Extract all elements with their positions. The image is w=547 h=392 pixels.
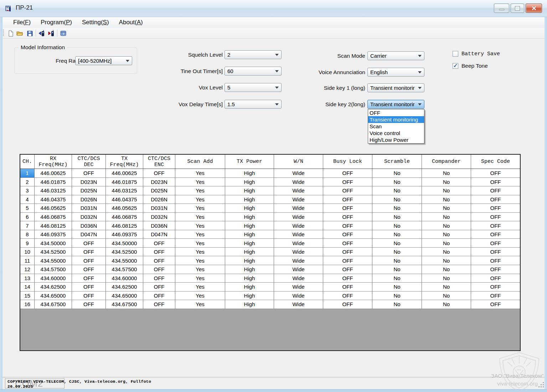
table-row[interactable]: 1446.00625OFF446.00625OFFYesHighWideOFFN… <box>20 169 520 178</box>
table-cell[interactable]: Yes <box>175 221 225 230</box>
table-cell[interactable]: OFF <box>323 213 372 221</box>
table-cell[interactable]: No <box>422 195 471 204</box>
table-cell[interactable]: D031N <box>143 204 175 212</box>
table-cell[interactable]: OFF <box>323 169 372 177</box>
table-cell[interactable]: OFF <box>323 256 372 265</box>
table-cell[interactable]: OFF <box>323 204 372 212</box>
table-cell[interactable]: Wide <box>274 274 323 283</box>
table-cell[interactable]: No <box>422 300 471 309</box>
table-cell[interactable]: OFF <box>323 239 372 247</box>
table-cell[interactable]: Yes <box>175 186 225 195</box>
table-cell[interactable]: No <box>422 230 471 239</box>
table-cell[interactable]: 446.04375 <box>106 195 143 204</box>
table-cell[interactable]: Yes <box>175 256 225 265</box>
table-cell[interactable]: No <box>422 221 471 230</box>
table-cell[interactable]: No <box>422 248 471 256</box>
table-cell[interactable]: OFF <box>323 186 372 195</box>
new-file-button[interactable] <box>6 29 15 37</box>
table-cell[interactable]: No <box>372 230 422 239</box>
table-cell[interactable]: High <box>225 274 274 283</box>
table-cell[interactable]: OFF <box>323 248 372 256</box>
table-cell[interactable]: 446.06875 <box>35 213 72 221</box>
table-cell[interactable]: D025N <box>72 186 106 195</box>
table-row[interactable]: 16434.67500OFF434.67500OFFYesHighWideOFF… <box>20 300 520 309</box>
table-cell[interactable]: OFF <box>143 256 175 265</box>
table-cell[interactable]: OFF <box>471 213 520 221</box>
table-cell[interactable]: Wide <box>274 256 323 265</box>
table-cell[interactable]: OFF <box>143 292 175 300</box>
table-cell[interactable]: OFF <box>471 300 520 309</box>
table-cell[interactable]: High <box>225 256 274 265</box>
table-cell[interactable]: 434.52500 <box>35 248 72 256</box>
table-row[interactable]: 11434.55000OFF434.55000OFFYesHighWideOFF… <box>20 256 520 265</box>
table-cell[interactable]: D031N <box>72 204 106 212</box>
table-cell[interactable]: D032N <box>143 213 175 221</box>
table-cell[interactable]: OFF <box>72 300 106 309</box>
table-cell[interactable]: 446.05625 <box>106 204 143 212</box>
sidekey2-dropdown-list[interactable]: OFFTransient monitoringScanVoice control… <box>368 109 424 144</box>
checkbox-battery-save[interactable]: Battery Save <box>453 51 500 57</box>
channel-number-cell[interactable]: 8 <box>20 230 35 239</box>
table-cell[interactable]: OFF <box>143 274 175 283</box>
table-cell[interactable]: 446.00625 <box>35 169 72 177</box>
table-cell[interactable]: OFF <box>471 178 520 186</box>
table-cell[interactable]: OFF <box>323 195 372 204</box>
channel-number-cell[interactable]: 13 <box>20 274 35 283</box>
table-cell[interactable]: OFF <box>72 265 106 274</box>
table-cell[interactable]: 446.04375 <box>35 195 72 204</box>
channel-number-cell[interactable]: 14 <box>20 283 35 291</box>
table-cell[interactable]: Yes <box>175 283 225 291</box>
table-cell[interactable]: D036N <box>72 221 106 230</box>
table-cell[interactable]: High <box>225 221 274 230</box>
table-cell[interactable]: 434.67500 <box>35 300 72 309</box>
table-cell[interactable]: OFF <box>471 186 520 195</box>
maximize-button[interactable] <box>511 4 524 13</box>
table-cell[interactable]: No <box>372 169 422 177</box>
table-cell[interactable]: OFF <box>143 283 175 291</box>
table-cell[interactable]: No <box>422 256 471 265</box>
channel-number-cell[interactable]: 9 <box>20 239 35 247</box>
table-cell[interactable]: No <box>372 195 422 204</box>
table-cell[interactable]: 434.60000 <box>106 274 143 283</box>
table-cell[interactable]: 446.05625 <box>35 204 72 212</box>
table-cell[interactable]: Yes <box>175 195 225 204</box>
table-cell[interactable]: Yes <box>175 204 225 212</box>
table-cell[interactable]: No <box>372 274 422 283</box>
table-cell[interactable]: D036N <box>143 221 175 230</box>
table-cell[interactable]: High <box>225 265 274 274</box>
dropdown-item[interactable]: Voice control <box>368 130 424 136</box>
table-cell[interactable]: Wide <box>274 186 323 195</box>
table-cell[interactable]: 446.09375 <box>35 230 72 239</box>
table-cell[interactable]: Yes <box>175 230 225 239</box>
dropdown-item[interactable]: High/Low Power <box>368 136 424 143</box>
checkbox-beep-tone[interactable]: Beep Tone <box>453 63 488 69</box>
table-cell[interactable]: OFF <box>471 239 520 247</box>
channel-number-cell[interactable]: 12 <box>20 265 35 274</box>
channel-number-cell[interactable]: 7 <box>20 221 35 230</box>
table-cell[interactable]: D032N <box>72 213 106 221</box>
table-cell[interactable]: No <box>422 283 471 291</box>
table-cell[interactable]: No <box>372 256 422 265</box>
table-cell[interactable]: OFF <box>323 274 372 283</box>
table-cell[interactable]: OFF <box>323 300 372 309</box>
table-cell[interactable]: D025N <box>143 186 175 195</box>
save-file-button[interactable] <box>26 29 34 37</box>
table-cell[interactable]: OFF <box>471 265 520 274</box>
table-cell[interactable]: D023N <box>72 178 106 186</box>
table-cell[interactable]: 434.67500 <box>106 300 143 309</box>
dropdown-item[interactable]: OFF <box>368 109 424 116</box>
table-cell[interactable]: OFF <box>72 283 106 291</box>
table-row[interactable]: 7446.08125D036N446.08125D036NYesHighWide… <box>20 221 520 230</box>
table-cell[interactable]: D023N <box>143 178 175 186</box>
table-cell[interactable]: OFF <box>72 169 106 177</box>
table-cell[interactable]: No <box>422 239 471 247</box>
table-row[interactable]: 4446.04375D026N446.04375D026NYesHighWide… <box>20 195 520 204</box>
table-cell[interactable]: 446.09375 <box>106 230 143 239</box>
table-cell[interactable]: No <box>422 186 471 195</box>
table-row[interactable]: 13434.60000OFF434.60000OFFYesHighWideOFF… <box>20 274 520 283</box>
table-cell[interactable]: No <box>372 178 422 186</box>
table-cell[interactable]: Wide <box>274 221 323 230</box>
table-row[interactable]: 8446.09375D047N446.09375D047NYesHighWide… <box>20 230 520 239</box>
table-cell[interactable]: OFF <box>143 248 175 256</box>
table-cell[interactable]: High <box>225 213 274 221</box>
